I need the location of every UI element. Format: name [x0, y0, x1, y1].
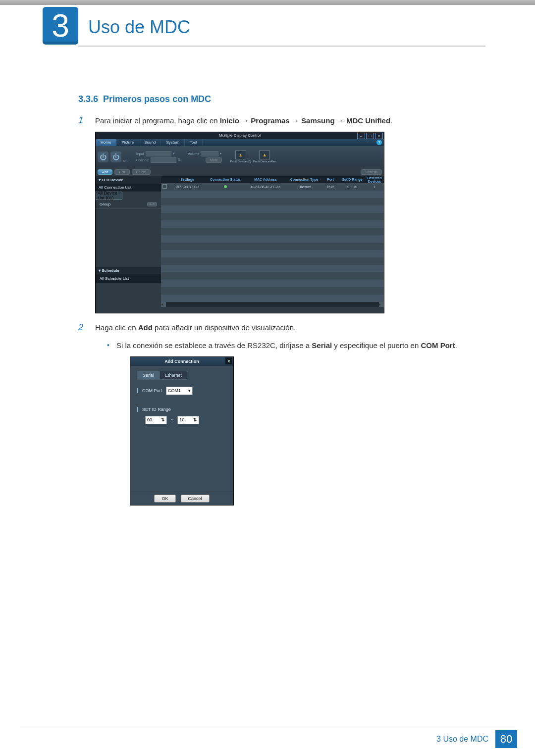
page-content: 3.3.6 Primeros pasos con MDC 1 Para inic…: [78, 94, 484, 505]
mdc-titlebar: Multiple Display Control – □ x: [96, 132, 384, 139]
step-1: 1 Para iniciar el programa, haga clic en…: [78, 115, 484, 127]
setid-label: SET ID Range: [142, 407, 171, 412]
setid-label-row: SET ID Range: [137, 407, 226, 412]
mdc-toolbar: ⏻ ⏻ On Input▾ Channel⇅ Volume▸ Mute ▲ Fa…: [96, 146, 384, 168]
fault-device-alert[interactable]: ▲ Fault Device Alert: [253, 151, 276, 163]
row-port: 1515: [321, 185, 339, 189]
com-port-label: COM Port: [142, 388, 162, 393]
row-detected: 1: [365, 185, 384, 189]
table-row: [161, 213, 384, 220]
input-channel-group: Input▾ Channel⇅: [136, 151, 181, 163]
chapter-title: Uso de MDC: [88, 17, 190, 38]
table-row: [161, 272, 384, 280]
com-port-select[interactable]: COM1 ▾: [166, 387, 193, 395]
setid-to-stepper[interactable]: 10⇅: [177, 416, 199, 424]
step-2-text: Haga clic en Add para añadir un disposit…: [95, 322, 296, 334]
sidebar-lfd-header[interactable]: ▾ LFD Device: [96, 176, 161, 184]
table-row: [161, 295, 384, 302]
status-dot-icon: [224, 185, 227, 188]
fault-device-0[interactable]: ▲ Fault Device (0): [230, 151, 251, 163]
sidebar-all-schedule[interactable]: All Schedule List: [96, 274, 161, 283]
mute-button[interactable]: Mute: [206, 157, 222, 163]
menu-tool[interactable]: Tool: [185, 139, 203, 146]
dialog-close-icon[interactable]: x: [225, 357, 232, 364]
power-off-icon[interactable]: ⏻: [110, 151, 121, 162]
step-1-text: Para iniciar el programa, haga clic en I…: [95, 115, 392, 127]
bar-icon: [137, 407, 138, 412]
row-settings: 107.108.89.126: [168, 185, 207, 189]
table-rows: 107.108.89.126 40-61-86-4E-FC-65 Etherne…: [161, 183, 384, 313]
volume-field[interactable]: [201, 151, 218, 156]
maximize-button[interactable]: □: [366, 133, 374, 139]
menu-picture[interactable]: Picture: [116, 139, 139, 146]
device-button-bar: Add Edit Delete Refresh: [96, 168, 384, 176]
col-settings: Settings: [168, 178, 207, 181]
sidebar-group-edit[interactable]: Edit: [147, 202, 157, 206]
table-header-row: Settings Connection Status MAC Address C…: [161, 176, 384, 183]
dialog-footer: OK Cancel: [130, 492, 233, 505]
fault-alert-icon: ▲: [259, 151, 270, 159]
footer-text: 3 Uso de MDC: [436, 735, 488, 744]
title-underline: [78, 46, 485, 47]
menu-sound[interactable]: Sound: [139, 139, 161, 146]
page-number-badge: 80: [495, 730, 517, 748]
help-icon[interactable]: ?: [376, 140, 382, 145]
table-row[interactable]: 107.108.89.126 40-61-86-4E-FC-65 Etherne…: [161, 183, 384, 191]
table-row: [161, 280, 384, 287]
refresh-button[interactable]: Refresh: [361, 169, 382, 175]
add-connection-dialog-screenshot: Add Connection x Serial Ethernet COM Por…: [130, 356, 234, 505]
bullet-icon: •: [107, 340, 109, 352]
table-row: [161, 265, 384, 272]
row-checkbox[interactable]: [162, 184, 167, 189]
sidebar-spacer: [96, 209, 161, 267]
setid-range-row: 00⇅ ~ 10⇅: [145, 416, 226, 424]
volume-label: Volume: [188, 152, 199, 155]
table-row: [161, 191, 384, 198]
mdc-table-area: Settings Connection Status MAC Address C…: [161, 176, 384, 313]
table-row: [161, 250, 384, 257]
sidebar-schedule-header[interactable]: ▾ Schedule: [96, 267, 161, 274]
input-field[interactable]: [146, 151, 171, 156]
tab-ethernet[interactable]: Ethernet: [160, 371, 187, 380]
mdc-sidebar: ▾ LFD Device All Connection List All Dev…: [96, 176, 161, 313]
scroll-left-icon[interactable]: ◂: [161, 302, 166, 307]
ok-button[interactable]: OK: [154, 495, 175, 503]
add-button[interactable]: Add: [98, 169, 112, 175]
row-ctype: Ethernet: [287, 185, 321, 189]
horizontal-scrollbar[interactable]: ◂ ▸: [161, 302, 384, 307]
setid-from-stepper[interactable]: 00⇅: [145, 416, 167, 424]
scroll-right-icon[interactable]: ▸: [379, 302, 384, 307]
stepper-icon: ⇅: [161, 417, 165, 422]
bar-icon: [137, 388, 138, 393]
col-conntype: Connection Type: [287, 178, 321, 181]
window-controls: – □ x: [357, 133, 383, 139]
chapter-number-badge: 3: [43, 7, 78, 45]
close-button[interactable]: x: [375, 133, 383, 139]
mdc-title-label: Multiple Display Control: [219, 133, 261, 138]
tab-serial[interactable]: Serial: [137, 371, 160, 380]
edit-button[interactable]: Edit: [114, 169, 129, 175]
row-status: [207, 185, 244, 189]
delete-button[interactable]: Delete: [132, 169, 151, 175]
table-row: [161, 220, 384, 228]
sidebar-all-device-list[interactable]: All Device List (01): [96, 192, 122, 200]
section-title: Primeros pasos con MDC: [103, 94, 211, 104]
menu-system[interactable]: System: [161, 139, 185, 146]
col-detected: Detected Devices: [365, 176, 384, 183]
table-row: [161, 257, 384, 265]
row-mac: 40-61-86-4E-FC-65: [244, 185, 287, 189]
channel-field[interactable]: [151, 157, 176, 163]
row-range: 0 ~ 10: [339, 185, 365, 189]
col-setid: SetID Range: [339, 178, 365, 181]
power-on-icon[interactable]: ⏻: [98, 151, 108, 162]
step-2: 2 Haga clic en Add para añadir un dispos…: [78, 322, 484, 334]
input-label: Input: [136, 152, 144, 155]
cancel-button[interactable]: Cancel: [181, 495, 210, 503]
section-number: 3.3.6: [78, 94, 98, 104]
range-separator: ~: [171, 417, 173, 422]
top-grey-bar: [0, 0, 535, 5]
menu-home[interactable]: Home: [96, 139, 116, 146]
table-row: [161, 243, 384, 250]
minimize-button[interactable]: –: [357, 133, 365, 139]
sidebar-group[interactable]: Group Edit: [96, 200, 161, 209]
